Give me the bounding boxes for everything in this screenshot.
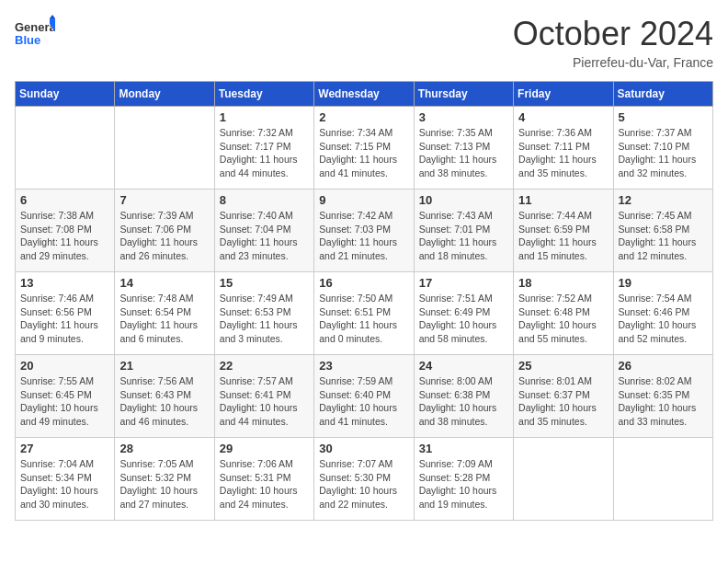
day-number: 2 [319, 110, 408, 124]
calendar-cell: 2Sunrise: 7:34 AM Sunset: 7:15 PM Daylig… [314, 107, 414, 190]
day-info: Sunrise: 8:01 AM Sunset: 6:37 PM Dayligh… [518, 374, 608, 429]
day-info: Sunrise: 7:51 AM Sunset: 6:49 PM Dayligh… [419, 292, 508, 346]
day-number: 17 [419, 276, 508, 290]
calendar-cell: 25Sunrise: 8:01 AM Sunset: 6:37 PM Dayli… [514, 355, 613, 438]
day-number: 1 [220, 110, 309, 124]
calendar-cell: 20Sunrise: 7:55 AM Sunset: 6:45 PM Dayli… [16, 355, 115, 438]
day-info: Sunrise: 7:39 AM Sunset: 7:06 PM Dayligh… [119, 209, 209, 263]
day-number: 15 [220, 276, 309, 290]
calendar-cell: 5Sunrise: 7:37 AM Sunset: 7:10 PM Daylig… [613, 107, 712, 190]
logo: General Blue [15, 15, 59, 50]
weekday-header-saturday: Saturday [613, 82, 712, 107]
day-info: Sunrise: 7:54 AM Sunset: 6:46 PM Dayligh… [619, 292, 708, 346]
svg-text:General: General [15, 20, 55, 34]
calendar-cell: 27Sunrise: 7:04 AM Sunset: 5:34 PM Dayli… [16, 438, 115, 521]
calendar-cell: 28Sunrise: 7:05 AM Sunset: 5:32 PM Dayli… [115, 438, 214, 521]
weekday-header-wednesday: Wednesday [314, 82, 414, 107]
calendar-cell: 11Sunrise: 7:44 AM Sunset: 6:59 PM Dayli… [514, 190, 613, 272]
day-number: 6 [20, 193, 109, 207]
day-number: 29 [220, 442, 309, 455]
calendar-cell: 7Sunrise: 7:39 AM Sunset: 7:06 PM Daylig… [115, 190, 214, 272]
day-number: 16 [319, 276, 408, 290]
day-info: Sunrise: 7:04 AM Sunset: 5:34 PM Dayligh… [20, 457, 109, 511]
day-number: 31 [419, 442, 508, 455]
calendar-cell: 8Sunrise: 7:40 AM Sunset: 7:04 PM Daylig… [214, 190, 313, 272]
calendar-cell: 23Sunrise: 7:59 AM Sunset: 6:40 PM Dayli… [314, 355, 414, 438]
day-number: 27 [20, 442, 109, 455]
weekday-header-thursday: Thursday [414, 82, 513, 107]
day-number: 11 [518, 193, 608, 207]
day-number: 5 [619, 110, 708, 124]
calendar-cell: 6Sunrise: 7:38 AM Sunset: 7:08 PM Daylig… [16, 190, 115, 272]
day-info: Sunrise: 7:45 AM Sunset: 6:58 PM Dayligh… [619, 209, 708, 263]
day-info: Sunrise: 7:05 AM Sunset: 5:32 PM Dayligh… [119, 457, 209, 511]
calendar-cell: 22Sunrise: 7:57 AM Sunset: 6:41 PM Dayli… [214, 355, 313, 438]
calendar-cell: 4Sunrise: 7:36 AM Sunset: 7:11 PM Daylig… [514, 107, 613, 190]
day-info: Sunrise: 7:59 AM Sunset: 6:40 PM Dayligh… [319, 374, 408, 429]
day-info: Sunrise: 7:49 AM Sunset: 6:53 PM Dayligh… [220, 292, 309, 346]
day-info: Sunrise: 7:43 AM Sunset: 7:01 PM Dayligh… [419, 209, 508, 263]
calendar-cell: 9Sunrise: 7:42 AM Sunset: 7:03 PM Daylig… [314, 190, 414, 272]
calendar-table: SundayMondayTuesdayWednesdayThursdayFrid… [15, 81, 713, 521]
svg-text:Blue: Blue [15, 33, 40, 47]
calendar-cell: 13Sunrise: 7:46 AM Sunset: 6:56 PM Dayli… [16, 272, 115, 355]
svg-marker-3 [50, 15, 55, 18]
day-number: 13 [20, 276, 109, 290]
day-info: Sunrise: 7:07 AM Sunset: 5:30 PM Dayligh… [319, 457, 408, 511]
day-number: 9 [319, 193, 408, 207]
calendar-cell: 17Sunrise: 7:51 AM Sunset: 6:49 PM Dayli… [414, 272, 513, 355]
day-number: 30 [319, 442, 408, 455]
calendar-cell: 30Sunrise: 7:07 AM Sunset: 5:30 PM Dayli… [314, 438, 414, 521]
location: Pierrefeu-du-Var, France [513, 55, 713, 70]
day-number: 3 [419, 110, 508, 124]
day-info: Sunrise: 7:37 AM Sunset: 7:10 PM Dayligh… [619, 126, 708, 180]
calendar-cell: 21Sunrise: 7:56 AM Sunset: 6:43 PM Dayli… [115, 355, 214, 438]
day-number: 20 [20, 359, 109, 373]
calendar-cell: 15Sunrise: 7:49 AM Sunset: 6:53 PM Dayli… [214, 272, 313, 355]
page-header: General Blue October 2024 Pierrefeu-du-V… [15, 15, 713, 70]
day-info: Sunrise: 7:48 AM Sunset: 6:54 PM Dayligh… [119, 292, 209, 346]
day-number: 8 [220, 193, 309, 207]
day-number: 21 [119, 359, 209, 373]
calendar-cell: 1Sunrise: 7:32 AM Sunset: 7:17 PM Daylig… [214, 107, 313, 190]
day-info: Sunrise: 7:06 AM Sunset: 5:31 PM Dayligh… [220, 457, 309, 511]
day-info: Sunrise: 7:50 AM Sunset: 6:51 PM Dayligh… [319, 292, 408, 346]
weekday-header-friday: Friday [514, 82, 613, 107]
calendar-cell: 26Sunrise: 8:02 AM Sunset: 6:35 PM Dayli… [613, 355, 712, 438]
calendar-cell: 18Sunrise: 7:52 AM Sunset: 6:48 PM Dayli… [514, 272, 613, 355]
day-number: 25 [518, 359, 608, 373]
day-number: 7 [119, 193, 209, 207]
calendar-cell: 31Sunrise: 7:09 AM Sunset: 5:28 PM Dayli… [414, 438, 513, 521]
weekday-header-tuesday: Tuesday [214, 82, 313, 107]
calendar-cell: 12Sunrise: 7:45 AM Sunset: 6:58 PM Dayli… [613, 190, 712, 272]
weekday-header-monday: Monday [115, 82, 214, 107]
day-info: Sunrise: 7:56 AM Sunset: 6:43 PM Dayligh… [119, 374, 209, 429]
day-info: Sunrise: 8:02 AM Sunset: 6:35 PM Dayligh… [619, 374, 708, 429]
calendar-cell: 10Sunrise: 7:43 AM Sunset: 7:01 PM Dayli… [414, 190, 513, 272]
month-title: October 2024 [513, 15, 713, 53]
day-info: Sunrise: 7:09 AM Sunset: 5:28 PM Dayligh… [419, 457, 508, 511]
day-number: 10 [419, 193, 508, 207]
calendar-cell: 19Sunrise: 7:54 AM Sunset: 6:46 PM Dayli… [613, 272, 712, 355]
calendar-cell [115, 107, 214, 190]
day-info: Sunrise: 7:35 AM Sunset: 7:13 PM Dayligh… [419, 126, 508, 180]
weekday-header-sunday: Sunday [16, 82, 115, 107]
calendar-cell [16, 107, 115, 190]
calendar-cell: 14Sunrise: 7:48 AM Sunset: 6:54 PM Dayli… [115, 272, 214, 355]
day-number: 14 [119, 276, 209, 290]
day-info: Sunrise: 7:32 AM Sunset: 7:17 PM Dayligh… [220, 126, 309, 180]
calendar-cell: 3Sunrise: 7:35 AM Sunset: 7:13 PM Daylig… [414, 107, 513, 190]
day-number: 4 [518, 110, 608, 124]
day-number: 22 [220, 359, 309, 373]
day-info: Sunrise: 7:46 AM Sunset: 6:56 PM Dayligh… [20, 292, 109, 346]
calendar-cell [514, 438, 613, 521]
calendar-cell: 24Sunrise: 8:00 AM Sunset: 6:38 PM Dayli… [414, 355, 513, 438]
day-number: 23 [319, 359, 408, 373]
day-number: 18 [518, 276, 608, 290]
day-info: Sunrise: 7:42 AM Sunset: 7:03 PM Dayligh… [319, 209, 408, 263]
title-block: October 2024 Pierrefeu-du-Var, France [513, 15, 713, 70]
day-info: Sunrise: 8:00 AM Sunset: 6:38 PM Dayligh… [419, 374, 508, 429]
day-number: 24 [419, 359, 508, 373]
day-info: Sunrise: 7:34 AM Sunset: 7:15 PM Dayligh… [319, 126, 408, 180]
calendar-cell [613, 438, 712, 521]
